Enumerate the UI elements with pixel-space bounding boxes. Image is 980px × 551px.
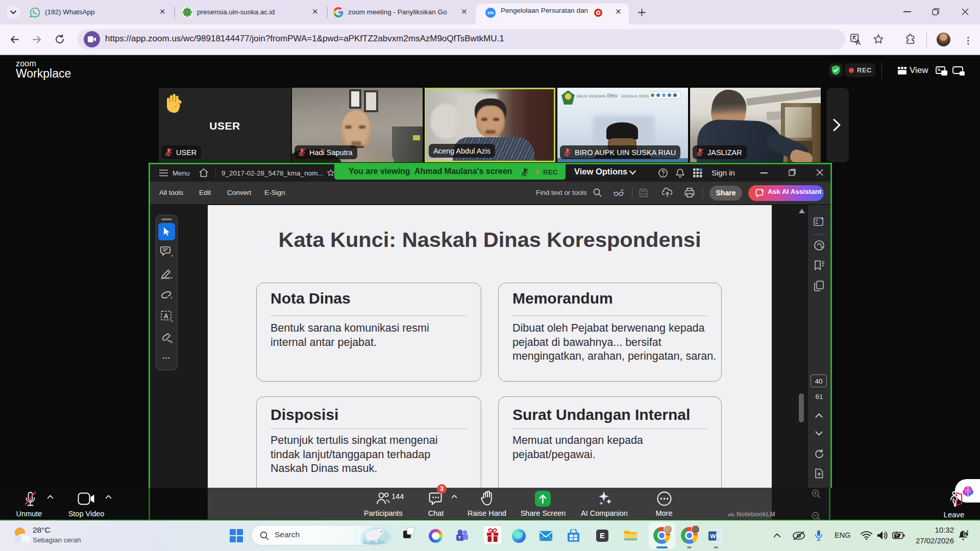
svg-text:W: W: [710, 533, 716, 539]
svg-text:z: z: [967, 529, 969, 533]
svg-text:T: T: [458, 535, 461, 540]
svg-text:A: A: [164, 313, 168, 320]
